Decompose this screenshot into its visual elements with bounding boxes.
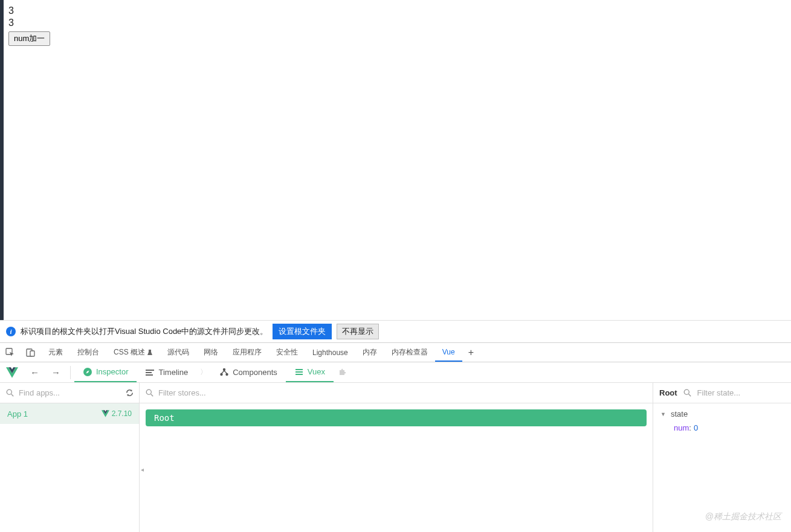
app-name: App 1 [7, 409, 28, 418]
vuex-icon [294, 367, 304, 377]
state-panel-title: Root [659, 388, 677, 397]
refresh-icon[interactable] [125, 388, 134, 397]
app-list-item[interactable]: App 1 2.7.10 [0, 403, 139, 424]
vue-logo-icon[interactable] [0, 367, 24, 378]
tab-network[interactable]: 网络 [196, 343, 225, 362]
find-apps-input[interactable] [19, 388, 120, 397]
nav-forward-button[interactable]: → [45, 367, 66, 377]
output-line-1: 3 [8, 5, 783, 17]
apps-panel: App 1 2.7.10 [0, 383, 140, 532]
state-panel: Root ▼ state num:0 [653, 383, 791, 532]
svg-line-16 [151, 394, 153, 397]
svg-point-7 [223, 368, 225, 370]
state-tree: ▼ state num:0 [653, 403, 791, 438]
vue-tab-vuex[interactable]: Vuex [286, 362, 334, 382]
vue-devtools-panels: App 1 2.7.10 Root ◂ Root ▼ [0, 383, 791, 532]
info-message: 标识项目的根文件夹以打开Visual Studio Code中的源文件并同步更改… [21, 326, 268, 337]
divider [70, 366, 71, 379]
state-value: 0 [694, 423, 698, 432]
svg-rect-5 [146, 372, 152, 373]
svg-rect-12 [295, 374, 303, 375]
vue-tab-inspector[interactable]: Inspector [74, 362, 137, 382]
svg-line-14 [11, 394, 14, 397]
tab-elements[interactable]: 元素 [41, 343, 70, 362]
filter-stores-row [140, 383, 653, 403]
vue-version-badge: 2.7.10 [102, 409, 132, 418]
svg-point-9 [225, 373, 228, 375]
state-tree-item[interactable]: num:0 [660, 423, 784, 432]
tab-memory[interactable]: 内存 [355, 343, 384, 362]
vscode-info-bar: i 标识项目的根文件夹以打开Visual Studio Code中的源文件并同步… [0, 320, 791, 342]
components-icon [219, 368, 229, 377]
plugins-icon[interactable] [334, 368, 347, 377]
breadcrumb-chevron-icon: 〉 [196, 367, 211, 377]
caret-down-icon: ▼ [660, 411, 666, 417]
increment-num-button[interactable]: num加一 [8, 31, 50, 46]
state-panel-header: Root [653, 383, 791, 403]
store-root-item[interactable]: Root [146, 409, 647, 426]
svg-point-17 [684, 389, 689, 394]
svg-point-13 [7, 389, 11, 394]
state-label: state [671, 409, 688, 418]
find-apps-row [0, 383, 139, 403]
timeline-icon [145, 368, 155, 377]
compass-icon [83, 367, 92, 377]
filter-state-input[interactable] [697, 388, 791, 397]
window-edge [0, 0, 4, 320]
svg-line-18 [688, 394, 691, 397]
search-icon [146, 389, 153, 397]
search-icon [6, 389, 14, 397]
vue-tab-timeline[interactable]: Timeline [137, 362, 196, 382]
device-toolbar-icon[interactable] [21, 348, 41, 357]
svg-rect-10 [295, 369, 303, 370]
stores-panel: Root ◂ [140, 383, 653, 532]
svg-point-15 [146, 389, 151, 394]
tab-console[interactable]: 控制台 [70, 343, 106, 362]
svg-rect-2 [30, 351, 34, 356]
tab-vue[interactable]: Vue [435, 343, 462, 362]
info-icon: i [6, 327, 16, 336]
tab-security[interactable]: 安全性 [269, 343, 305, 362]
tab-lighthouse[interactable]: Lighthouse [305, 343, 355, 362]
devtools-tab-bar: 元素 控制台 CSS 概述 源代码 网络 应用程序 安全性 Lighthouse… [0, 342, 791, 362]
svg-rect-11 [295, 371, 303, 373]
add-tab-button[interactable]: + [462, 347, 480, 358]
panel-collapse-handle[interactable]: ◂ [139, 458, 145, 482]
tab-sources[interactable]: 源代码 [160, 343, 196, 362]
tab-memory-inspector[interactable]: 内存检查器 [384, 343, 435, 362]
vue-devtools-bar: ← → Inspector Timeline 〉 Components Vuex [0, 362, 791, 383]
svg-rect-6 [146, 374, 153, 376]
inspect-element-icon[interactable] [0, 348, 21, 357]
state-tree-root[interactable]: ▼ state [660, 409, 784, 418]
filter-stores-input[interactable] [158, 388, 647, 397]
vue-small-icon [102, 410, 109, 417]
search-icon [683, 389, 691, 397]
app-viewport: 3 3 num加一 [0, 0, 791, 320]
tab-application[interactable]: 应用程序 [225, 343, 269, 362]
beaker-icon [147, 350, 153, 356]
set-root-folder-button[interactable]: 设置根文件夹 [273, 324, 332, 339]
dismiss-button[interactable]: 不再显示 [337, 324, 379, 339]
tab-css-overview[interactable]: CSS 概述 [106, 343, 160, 362]
svg-point-8 [220, 373, 222, 375]
nav-back-button[interactable]: ← [24, 367, 45, 377]
vue-tab-components[interactable]: Components [211, 362, 286, 382]
svg-rect-4 [146, 370, 154, 371]
output-line-2: 3 [8, 17, 783, 29]
state-key: num [674, 423, 689, 432]
